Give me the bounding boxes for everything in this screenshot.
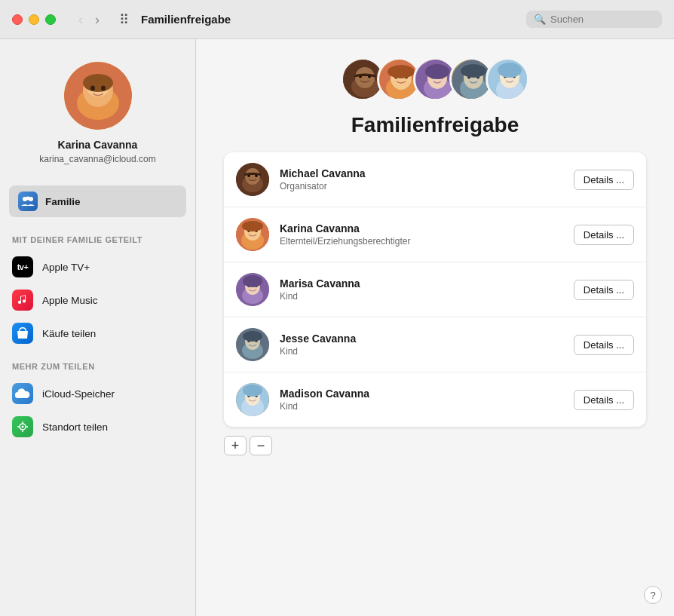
profile-email: karina_cavanna@icloud.com — [39, 154, 155, 164]
profile-avatar-image — [64, 62, 132, 130]
svg-point-55 — [242, 221, 263, 231]
help-button[interactable]: ? — [644, 586, 662, 604]
svg-point-44 — [498, 63, 522, 78]
page-title: Familienfreigabe — [351, 113, 519, 137]
member-role-1: Organisator — [280, 181, 563, 192]
profile-name: Karina Cavanna — [58, 139, 138, 151]
details-button-4[interactable]: Details ... — [574, 335, 634, 355]
forward-button[interactable]: › — [90, 11, 104, 28]
details-button-1[interactable]: Details ... — [574, 170, 634, 190]
member-info-2: Karina Cavanna Elternteil/Erziehungsbere… — [280, 222, 563, 247]
back-button[interactable]: ‹ — [74, 11, 87, 28]
member-role-2: Elternteil/Erziehungsberechtigter — [280, 236, 563, 247]
member-avatar-3 — [236, 273, 269, 306]
sidebar-item-purchases[interactable]: Käufe teilen — [0, 317, 195, 350]
remove-member-button[interactable]: − — [250, 436, 272, 455]
svg-point-4 — [83, 74, 113, 92]
icloud-label: iCloud-Speicher — [42, 388, 115, 400]
main-area: Karina Cavanna karina_cavanna@icloud.com… — [0, 39, 674, 616]
member-avatar-4 — [236, 328, 269, 361]
member-avatar-1 — [236, 163, 269, 196]
avatar[interactable] — [64, 62, 132, 130]
titlebar: ‹ › ⠿ Familienfreigabe 🔍 — [0, 0, 674, 39]
purchases-label: Käufe teilen — [42, 328, 96, 339]
location-label: Standort teilen — [42, 421, 108, 433]
appletv-label: Apple TV+ — [42, 262, 90, 273]
member-info-1: Michael Cavanna Organisator — [280, 167, 563, 192]
svg-point-73 — [243, 385, 262, 397]
details-button-5[interactable]: Details ... — [574, 390, 634, 410]
member-name-5: Madison Cavanna — [280, 388, 563, 400]
svg-point-38 — [461, 64, 486, 78]
profile-section: Karina Cavanna karina_cavanna@icloud.com — [0, 54, 195, 179]
close-button[interactable] — [12, 14, 23, 25]
familie-icon — [18, 192, 38, 211]
sidebar-item-appletv[interactable]: tv+ Apple TV+ — [0, 250, 195, 283]
sidebar: Karina Cavanna karina_cavanna@icloud.com… — [0, 39, 196, 616]
member-role-4: Kind — [280, 346, 563, 357]
applemusic-icon — [12, 290, 33, 311]
sidebar-item-applemusic[interactable]: Apple Music — [0, 283, 195, 317]
traffic-lights — [12, 14, 56, 25]
search-bar: 🔍 — [526, 11, 662, 28]
member-info-5: Madison Cavanna Kind — [280, 388, 563, 412]
family-avatar-5 — [486, 57, 529, 101]
nav-buttons: ‹ › — [74, 11, 104, 28]
titlebar-title: Familienfreigabe — [141, 13, 514, 26]
svg-point-18 — [355, 67, 375, 88]
svg-point-67 — [243, 331, 262, 342]
svg-point-11 — [22, 426, 24, 428]
member-avatar-5 — [236, 383, 269, 416]
svg-point-6 — [101, 86, 106, 91]
minimize-button[interactable] — [29, 14, 39, 25]
details-button-3[interactable]: Details ... — [574, 280, 634, 300]
member-info-3: Marisa Cavanna Kind — [280, 277, 563, 302]
member-name-3: Marisa Cavanna — [280, 277, 563, 290]
details-button-2[interactable]: Details ... — [574, 225, 634, 245]
familie-label: Familie — [45, 196, 81, 207]
maximize-button[interactable] — [45, 14, 56, 25]
member-info-4: Jesse Cavanna Kind — [280, 333, 563, 357]
member-avatar-2 — [236, 218, 269, 251]
member-role-3: Kind — [280, 291, 563, 302]
applemusic-label: Apple Music — [42, 295, 98, 306]
member-name-1: Michael Cavanna — [280, 167, 563, 179]
svg-point-32 — [425, 64, 449, 79]
svg-point-26 — [388, 65, 415, 78]
member-name-2: Karina Cavanna — [280, 222, 563, 234]
search-input[interactable] — [550, 14, 654, 25]
section-header-shared: MIT DEINER FAMILIE GETEILT — [0, 223, 195, 250]
table-row: Jesse Cavanna Kind Details ... — [224, 317, 646, 372]
action-bar: + − — [224, 436, 272, 455]
table-row: Madison Cavanna Kind Details ... — [224, 372, 646, 427]
sidebar-item-icloud[interactable]: iCloud-Speicher — [0, 377, 195, 410]
icloud-icon — [12, 383, 33, 404]
table-row: Michael Cavanna Organisator Details ... — [224, 152, 646, 207]
svg-point-61 — [243, 275, 262, 287]
search-icon: 🔍 — [534, 14, 546, 25]
family-avatars — [341, 57, 529, 101]
sidebar-item-familie[interactable]: Familie — [9, 185, 186, 217]
svg-point-5 — [90, 86, 95, 91]
appletv-icon: tv+ — [12, 256, 33, 277]
location-icon — [12, 416, 33, 437]
member-role-5: Kind — [280, 401, 563, 412]
grid-icon[interactable]: ⠿ — [119, 11, 129, 28]
members-list: Michael Cavanna Organisator Details ... — [224, 152, 646, 427]
add-member-button[interactable]: + — [224, 436, 247, 455]
section-header-more: MEHR ZUM TEILEN — [0, 350, 195, 377]
table-row: Marisa Cavanna Kind Details ... — [224, 262, 646, 317]
member-name-4: Jesse Cavanna — [280, 333, 563, 345]
svg-point-47 — [245, 168, 260, 185]
sidebar-item-location[interactable]: Standort teilen — [0, 410, 195, 443]
table-row: Karina Cavanna Elternteil/Erziehungsbere… — [224, 207, 646, 262]
content-area: Familienfreigabe Michael — [196, 39, 674, 616]
svg-point-9 — [26, 197, 30, 201]
purchases-icon — [12, 323, 33, 344]
